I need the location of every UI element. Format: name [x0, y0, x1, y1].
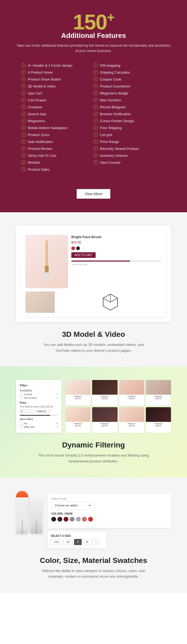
filter-product-price: $33.00	[147, 425, 170, 427]
product-title-mock: Bright Face Brush	[71, 235, 162, 239]
feature-item: Ajax Cart	[21, 90, 94, 97]
view-more-button[interactable]: View More	[76, 189, 111, 199]
price-filter-text: The highest price is $25,000.00	[20, 405, 58, 408]
feature-item: Compare	[21, 103, 94, 110]
filter-product-card[interactable]: Product 3 $18.00	[119, 380, 144, 406]
features-right-col: Gift wrappingShipping CalculatorCoupon C…	[94, 62, 166, 173]
product-price-mock: $24.00	[71, 241, 162, 244]
size-btn-XXS[interactable]: XXS	[51, 539, 62, 545]
feature-item: Sticky Add To Cart	[21, 152, 94, 159]
filter-product-image	[65, 407, 91, 422]
feature-item: New Sections	[94, 97, 166, 103]
feature-check-icon	[94, 133, 98, 137]
filter-product-name: Product 8	[147, 423, 170, 425]
feature-check-icon	[94, 77, 98, 81]
label-new-filter[interactable]: label_new 2	[20, 426, 58, 428]
tag-hot-filter[interactable]: hot 8	[20, 422, 58, 425]
model-bottom-row	[25, 291, 162, 313]
cube-icon	[101, 293, 120, 311]
feature-item: List grid	[94, 131, 166, 138]
feature-item: Free Shipping	[94, 124, 166, 131]
feature-item: Cursor Pointer Design	[94, 117, 166, 124]
price-range-inputs: $ 25000.00	[20, 409, 58, 413]
feature-item: Product Review	[21, 145, 94, 152]
feature-check-icon	[94, 84, 98, 88]
size-btn-XS[interactable]: XS	[63, 539, 73, 545]
filter-product-name: Product 7	[120, 423, 143, 425]
size-select-heading: Select a size	[51, 497, 167, 500]
model-thumbnail	[25, 291, 55, 313]
feature-check-icon	[94, 146, 98, 151]
label-new-checkbox[interactable]	[20, 426, 22, 428]
feature-item: Search Ajax	[21, 110, 94, 117]
filter-product-card[interactable]: Product 2 $15.00	[92, 380, 117, 406]
filter-product-info: Product 1 $12.00	[65, 395, 91, 400]
filter-product-card[interactable]: Product 1 $12.00	[65, 380, 91, 406]
color-dot-warm-red[interactable]	[88, 517, 93, 522]
product-info-mock: Bright Face Brush $24.00 ADD TO CART Hur…	[71, 235, 162, 288]
filter-product-info: Product 6 $27.00	[92, 422, 117, 427]
feature-check-icon	[21, 139, 26, 144]
filter-product-card[interactable]: Product 7 $30.00	[119, 407, 144, 433]
swatches-section-desc: Without the ability to view samples of v…	[37, 568, 150, 579]
size-select-dropdown[interactable]: Choose an option ▾	[51, 501, 94, 510]
lipstick-short-image: BOBBI BROWN	[30, 499, 42, 534]
filter-product-card[interactable]: Product 5 $24.00	[65, 407, 91, 433]
filter-product-image	[65, 380, 91, 395]
price-range-bar[interactable]	[20, 415, 58, 416]
color-dot-medium-gray[interactable]	[76, 517, 81, 522]
more-filters-label[interactable]: More Filters	[20, 418, 58, 421]
feature-item: Shipping Calculator	[94, 69, 166, 76]
size-btn-M[interactable]: M	[83, 539, 91, 545]
color-dot-black[interactable]	[51, 517, 56, 522]
features-left-col: 4+ Header & 1 Footer design4 Product Hov…	[21, 62, 94, 173]
swatch-red[interactable]	[71, 246, 75, 250]
out-of-stock-checkbox[interactable]	[20, 397, 22, 399]
feature-check-icon	[21, 63, 26, 67]
filter-product-image	[92, 407, 117, 422]
feature-check-icon	[21, 119, 26, 123]
filter-panel-label: Filter:	[20, 384, 58, 387]
color-dot-dark-red[interactable]	[64, 517, 68, 522]
swatch-black[interactable]	[76, 246, 80, 250]
size-buttons-row: XXSXSSML	[51, 539, 103, 545]
size-btn-L[interactable]: L	[92, 539, 100, 545]
filter-product-card[interactable]: Product 8 $33.00	[146, 407, 171, 433]
availability-label: Availability ⌄	[20, 389, 58, 392]
in-stock-checkbox[interactable]	[20, 393, 22, 396]
feature-check-icon	[21, 112, 26, 116]
out-of-stock-filter[interactable]: Out of stock 1	[20, 397, 58, 399]
features-section: 150+ Additional Features Take use of the…	[0, 0, 187, 212]
filter-product-name: Product 6	[93, 423, 116, 425]
size-label: SELECT A SIZE:	[51, 534, 103, 537]
tag-hot-checkbox[interactable]	[20, 422, 22, 425]
color-swatches-mock	[71, 246, 162, 250]
lipstick-label-2: BOBBI BROWN	[35, 521, 37, 534]
swatches-preview: BOBBI BROWN BOBBI BROWN Select a size Ch…	[16, 491, 171, 548]
filter-product-image	[146, 380, 171, 395]
filter-product-card[interactable]: Product 6 $27.00	[92, 407, 117, 433]
filter-product-info: Product 2 $15.00	[92, 395, 117, 400]
svg-line-6	[103, 298, 110, 302]
feature-check-icon	[94, 105, 98, 109]
color-dot-gray[interactable]	[70, 517, 75, 522]
color-dot-dusty-rose[interactable]	[82, 517, 87, 522]
feature-check-icon	[94, 70, 98, 74]
model-section: Bright Face Brush $24.00 ADD TO CART Hur…	[0, 212, 187, 367]
filter-product-card[interactable]: Product 4 $21.00	[146, 380, 171, 406]
svg-line-5	[110, 298, 118, 302]
price-to-input[interactable]: 25000.00	[36, 409, 50, 413]
in-stock-filter[interactable]: In stock 7	[20, 393, 58, 396]
filter-product-price: $24.00	[67, 425, 89, 427]
color-dot-dark-brown[interactable]	[57, 517, 62, 522]
lipstick-tall-image: BOBBI BROWN	[16, 491, 28, 534]
feature-item: Recently Viewed Product	[94, 145, 166, 152]
dropdown-chevron-icon: ▾	[89, 504, 91, 507]
features-number: 150+	[16, 11, 171, 33]
lipstick-label-1: BOBBI BROWN	[21, 521, 23, 534]
size-btn-S[interactable]: S	[74, 539, 82, 545]
price-from-input[interactable]: $	[20, 409, 34, 413]
feature-item: Coupon Code	[94, 76, 166, 83]
feature-item: 3D Model & Video	[21, 83, 94, 90]
filter-product-name: Product 3	[120, 395, 143, 397]
